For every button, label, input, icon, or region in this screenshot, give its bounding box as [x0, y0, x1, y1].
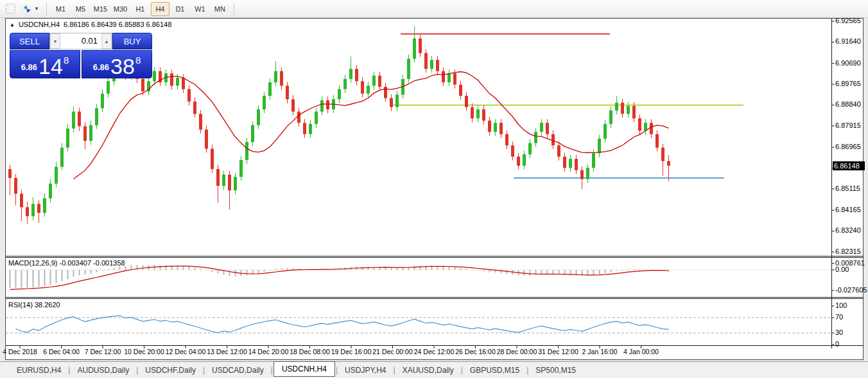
time-axis-label: 14 Dec 20:00 — [248, 348, 288, 356]
candle-body — [655, 134, 659, 148]
macd-histogram-bar — [547, 270, 548, 274]
chart-tab-usdcnh[interactable]: USDCNH,H4 — [273, 361, 335, 377]
chart-tab-eurusd[interactable]: EURUSD,H4 — [10, 364, 67, 377]
candle-body — [83, 126, 87, 141]
macd-histogram-bar — [628, 269, 629, 270]
candle-body — [667, 161, 670, 166]
macd-histogram-bar — [270, 270, 271, 271]
chart-tab-usdchf[interactable]: USDCHF,Daily — [139, 364, 202, 377]
arrows-dropdown-button[interactable]: ▼ — [19, 1, 42, 17]
candle-body — [424, 53, 428, 69]
tab-divider: | — [526, 366, 528, 375]
sell-price-prefix: 6.86 — [21, 62, 37, 72]
chart-tab-sp500[interactable]: SP500,M15 — [529, 364, 582, 377]
candle-body — [263, 96, 266, 109]
candle-body — [557, 145, 560, 157]
macd-histogram-bar — [611, 270, 612, 272]
time-axis-label: 12 Dec 04:00 — [166, 348, 205, 356]
macd-histogram-bar — [56, 270, 57, 284]
placeholder-toolbar-button[interactable] — [3, 1, 19, 17]
collapse-icon[interactable]: ▲ — [10, 22, 15, 28]
volume-decrease-button[interactable]: ▼ — [50, 33, 60, 49]
macd-histogram-bar — [96, 270, 98, 273]
candle-body — [216, 169, 220, 186]
candle-body — [60, 148, 64, 167]
candle-body — [205, 130, 208, 149]
timeframe-button-h1[interactable]: H1 — [131, 2, 150, 16]
candle-body — [355, 69, 358, 81]
time-axis-label: 18 Dec 08:00 — [290, 348, 329, 356]
candle-body — [546, 123, 549, 134]
candle-body — [187, 89, 191, 102]
macd-histogram-bar — [605, 270, 606, 273]
chart-tab-gbpusd[interactable]: GBPUSD,M15 — [464, 364, 526, 377]
candle-body — [447, 73, 451, 82]
candle-body — [107, 81, 110, 93]
chart-tab-usdcad[interactable]: USDCAD,Daily — [205, 364, 270, 377]
timeframe-button-mn[interactable]: MN — [211, 2, 229, 16]
candle-body — [66, 129, 69, 148]
timeframe-button-d1[interactable]: D1 — [171, 2, 189, 16]
macd-histogram-bar — [622, 270, 623, 271]
macd-histogram-bar — [102, 270, 103, 271]
candle-body — [141, 79, 144, 91]
timeframe-button-h4[interactable]: H4 — [151, 2, 169, 16]
macd-histogram-bar — [639, 269, 641, 270]
price-axis-label: 6.87915 — [835, 122, 861, 129]
price-axis-label: 6.91640 — [835, 37, 861, 45]
macd-histogram-bar — [50, 270, 51, 285]
macd-histogram-bar — [108, 269, 109, 270]
price-axis-label: 6.83240 — [835, 226, 861, 234]
empty-chart-icon — [6, 4, 15, 14]
candle-body — [523, 154, 526, 166]
sell-button[interactable]: SELL — [10, 33, 49, 50]
candle-body — [95, 108, 98, 125]
candle-body — [89, 125, 92, 141]
time-axis-label: 21 Dec 00:00 — [372, 348, 412, 356]
buy-button[interactable]: BUY — [112, 33, 152, 50]
time-axis-label: 13 Dec 12:00 — [207, 348, 247, 356]
timeframe-toolbar: M1M5M15M30H1H4D1W1MN — [51, 2, 230, 16]
candle-body — [234, 177, 237, 190]
tab-divider: | — [136, 366, 138, 375]
macd-histogram-bar — [559, 270, 560, 274]
timeframe-button-m1[interactable]: M1 — [51, 2, 70, 16]
candle-body — [517, 157, 520, 166]
candle-body — [239, 160, 243, 177]
timeframe-button-m30[interactable]: M30 — [111, 2, 130, 16]
macd-histogram-bar — [489, 270, 490, 272]
chart-tab-xauusd[interactable]: XAUUSD,Daily — [396, 364, 460, 377]
macd-histogram-bar — [247, 270, 248, 276]
tab-divider: | — [394, 366, 395, 375]
timeframe-button-m15[interactable]: M15 — [91, 2, 110, 16]
macd-histogram-bar — [449, 267, 450, 270]
macd-histogram-bar — [362, 267, 363, 270]
candle-body — [14, 178, 17, 194]
macd-histogram-bar — [507, 270, 508, 274]
price-axis-label: 6.84165 — [835, 206, 861, 213]
time-axis-label: 28 Dec 00:00 — [497, 348, 537, 356]
macd-histogram-bar — [397, 268, 398, 270]
candle-body — [349, 69, 352, 79]
sell-price-display[interactable]: 6.86 14 8 — [10, 50, 80, 78]
timeframe-button-w1[interactable]: W1 — [191, 2, 209, 16]
macd-histogram-bar — [634, 269, 635, 270]
buy-price-display[interactable]: 6.86 38 8 — [82, 50, 152, 78]
candle-body — [153, 71, 156, 82]
candle-body — [482, 109, 485, 121]
chart-tab-usdjpy[interactable]: USDJPY,H4 — [338, 364, 392, 377]
macd-histogram-bar — [403, 267, 404, 269]
buy-price-pips: 38 — [110, 57, 135, 76]
candle-body — [603, 124, 607, 139]
timeframe-button-m5[interactable]: M5 — [71, 2, 90, 16]
macd-histogram-bar — [218, 270, 219, 274]
macd-histogram-bar — [91, 270, 92, 274]
candle-body — [575, 159, 578, 170]
volume-input[interactable]: 0.01 — [60, 33, 101, 49]
candle-body — [8, 169, 12, 178]
volume-increase-button[interactable]: ▲ — [101, 33, 112, 49]
candle-body — [326, 100, 329, 109]
macd-indicator-label: MACD(12,26,9) -0.003407 -0.001358 — [8, 259, 125, 267]
candle-body — [592, 153, 595, 168]
chart-tab-audusd[interactable]: AUDUSD,Daily — [71, 364, 135, 377]
